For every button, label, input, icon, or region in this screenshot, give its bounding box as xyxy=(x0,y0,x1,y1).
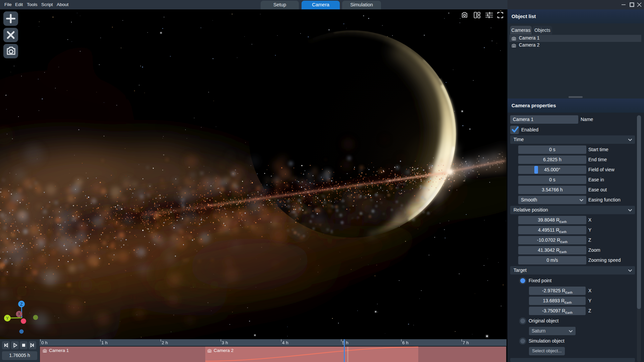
svg-text:Y: Y xyxy=(6,316,9,321)
svg-text:Z: Z xyxy=(20,302,22,307)
svg-text:X: X xyxy=(18,312,20,316)
